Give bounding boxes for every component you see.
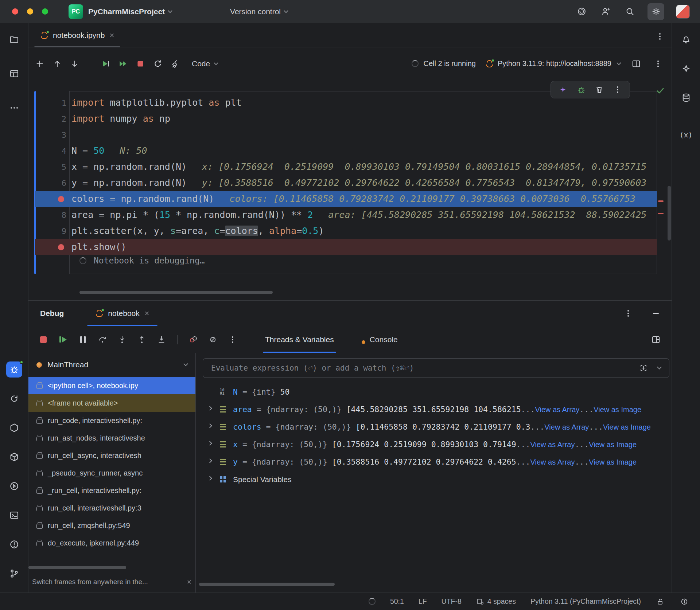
run-all-cells-button[interactable]	[117, 58, 129, 70]
code-line[interactable]: 3	[35, 127, 657, 143]
close-window-button[interactable]	[12, 8, 18, 15]
variable-row[interactable]: area = {ndarray: (50,)} [445.58290285 35…	[196, 400, 672, 418]
add-watch-icon[interactable]	[637, 362, 650, 374]
step-out-button[interactable]	[136, 333, 148, 346]
frame-row[interactable]: run_ast_nodes, interactiveshe	[28, 429, 195, 447]
close-tab-icon[interactable]	[110, 33, 114, 37]
variable-row[interactable]: Special Variables	[196, 470, 672, 488]
debug-options-icon[interactable]	[622, 307, 634, 320]
frame-row[interactable]: run_code, interactiveshell.py:	[28, 412, 195, 429]
view-as-link[interactable]: View as Image	[594, 406, 641, 414]
services-icon[interactable]	[6, 478, 22, 494]
terminal-icon[interactable]	[6, 507, 22, 523]
restart-kernel-button[interactable]	[152, 58, 164, 70]
profile-avatar[interactable]	[676, 5, 690, 19]
tab-threads-variables[interactable]: Threads & Variables	[263, 326, 336, 353]
more-tool-windows-icon[interactable]	[6, 100, 22, 116]
inspections-icon[interactable]	[680, 595, 689, 608]
expand-chevron-icon[interactable]	[208, 461, 220, 462]
variable-row[interactable]: x = {ndarray: (50,)} [0.1756924 0.251909…	[196, 435, 672, 453]
project-selector[interactable]: PyCharmMiscProject	[88, 7, 172, 16]
dismiss-hint-icon[interactable]	[187, 580, 191, 584]
variable-row[interactable]: y = {ndarray: (50,)} [0.3588516 0.497721…	[196, 453, 672, 470]
interrupt-kernel-button[interactable]	[134, 58, 147, 70]
run-cell-button[interactable]	[99, 58, 112, 70]
expand-chevron-icon[interactable]	[208, 443, 220, 445]
packages-icon[interactable]	[6, 449, 22, 465]
expand-chevron-icon[interactable]	[208, 426, 220, 427]
code-line[interactable]: plt.show()	[35, 239, 657, 255]
delete-cell-button[interactable]	[593, 83, 606, 96]
frame-row[interactable]: <ipython cell>, notebook.ipy	[28, 377, 195, 394]
sciview-variables-icon[interactable]: (x)	[678, 127, 694, 143]
view-as-link[interactable]: View as Image	[589, 441, 637, 449]
code-line[interactable]: colors = np.random.rand(N)colors: [0.114…	[35, 191, 657, 207]
variable-row[interactable]: 1001N = {int} 50	[196, 383, 672, 400]
toolbar-more-icon[interactable]	[652, 58, 664, 70]
code-line[interactable]: 5x = np.random.rand(N)x: [0.1756924 0.25…	[35, 159, 657, 175]
line-ending-selector[interactable]: LF	[419, 597, 427, 606]
settings-button[interactable]	[648, 3, 664, 20]
encoding-selector[interactable]: UTF-8	[442, 597, 462, 606]
view-as-link[interactable]: View as Image	[589, 458, 637, 466]
version-control-menu[interactable]: Version control	[230, 7, 288, 16]
frames-horizontal-scrollbar[interactable]	[28, 566, 126, 569]
lock-icon[interactable]	[656, 595, 665, 608]
cell-type-dropdown[interactable]: Code	[192, 59, 218, 68]
database-icon[interactable]	[678, 90, 694, 106]
chevron-down-icon[interactable]	[657, 365, 662, 369]
view-as-link[interactable]: View as Array	[544, 423, 589, 431]
debug-tab-notebook[interactable]: notebook	[87, 301, 157, 326]
breakpoint-dot[interactable]	[58, 196, 64, 202]
cell-more-icon[interactable]	[611, 83, 624, 96]
run-to-cursor-button[interactable]	[155, 333, 168, 346]
expand-chevron-icon[interactable]	[208, 408, 220, 410]
view-as-link[interactable]: View as Array	[535, 406, 579, 414]
close-debug-tab-icon[interactable]	[145, 311, 149, 315]
ai-assistant-icon[interactable]	[575, 5, 588, 18]
code-with-me-icon[interactable]	[599, 5, 612, 18]
view-as-link[interactable]: View as Array	[530, 441, 575, 449]
zoom-window-button[interactable]	[42, 8, 48, 15]
expand-chevron-icon[interactable]	[208, 478, 220, 480]
tab-console[interactable]: Console	[359, 326, 400, 353]
minimize-window-button[interactable]	[27, 8, 33, 15]
code-line[interactable]: 8area = np.pi * (15 * np.random.rand(N))…	[35, 207, 657, 223]
frame-row[interactable]: run_cell_async, interactivesh	[28, 447, 195, 464]
view-as-link[interactable]: View as Array	[530, 458, 575, 466]
resume-button[interactable]	[57, 333, 69, 346]
debug-tool-icon[interactable]	[6, 361, 22, 378]
clear-outputs-icon[interactable]	[169, 58, 182, 70]
step-into-button[interactable]	[116, 333, 128, 346]
ai-cell-icon[interactable]	[557, 83, 569, 96]
pause-button[interactable]	[77, 333, 89, 346]
view-breakpoints-button[interactable]	[187, 333, 199, 346]
tab-notebook-ipynb[interactable]: notebook.ipynb	[34, 23, 120, 47]
code-line[interactable]: 2import numpy as np	[35, 111, 657, 127]
search-icon[interactable]	[623, 5, 636, 18]
move-cell-up-button[interactable]	[51, 58, 63, 70]
frame-row[interactable]: run_cell, zmqshell.py:549	[28, 517, 195, 534]
variable-row[interactable]: colors = {ndarray: (50,)} [0.11465858 0.…	[196, 418, 672, 435]
tab-options-icon[interactable]	[659, 32, 661, 39]
python-packages-icon[interactable]	[6, 420, 22, 436]
evaluate-expression-input[interactable]: Evaluate expression (⏎) or add a watch (…	[203, 358, 669, 378]
notifications-icon[interactable]	[678, 31, 694, 47]
interpreter-widget[interactable]: Python 3.11 (PyCharmMiscProject)	[530, 597, 641, 606]
code-line[interactable]: 4N = 50N: 50	[35, 143, 657, 159]
version-control-icon[interactable]	[6, 566, 22, 582]
frame-row[interactable]: _pseudo_sync_runner, async	[28, 464, 195, 482]
frame-row[interactable]: do_execute, ipkernel.py:449	[28, 534, 195, 552]
layout-settings-icon[interactable]	[650, 333, 662, 346]
move-cell-down-button[interactable]	[69, 58, 81, 70]
python-console-icon[interactable]	[6, 391, 22, 407]
code-line[interactable]: 9plt.scatter(x, y, s=area, c=colors, alp…	[35, 223, 657, 239]
structure-icon[interactable]	[6, 66, 22, 82]
add-cell-button[interactable]	[34, 58, 46, 70]
frame-row[interactable]: <frame not available>	[28, 394, 195, 412]
frame-row[interactable]: run_cell, interactiveshell.py:3	[28, 499, 195, 517]
indent-selector[interactable]: 4 spaces	[476, 597, 516, 606]
editor-vertical-scrollbar[interactable]	[668, 186, 671, 241]
caret-position[interactable]: 50:1	[390, 597, 404, 606]
frame-row[interactable]: _run_cell, interactiveshell.py:	[28, 482, 195, 499]
